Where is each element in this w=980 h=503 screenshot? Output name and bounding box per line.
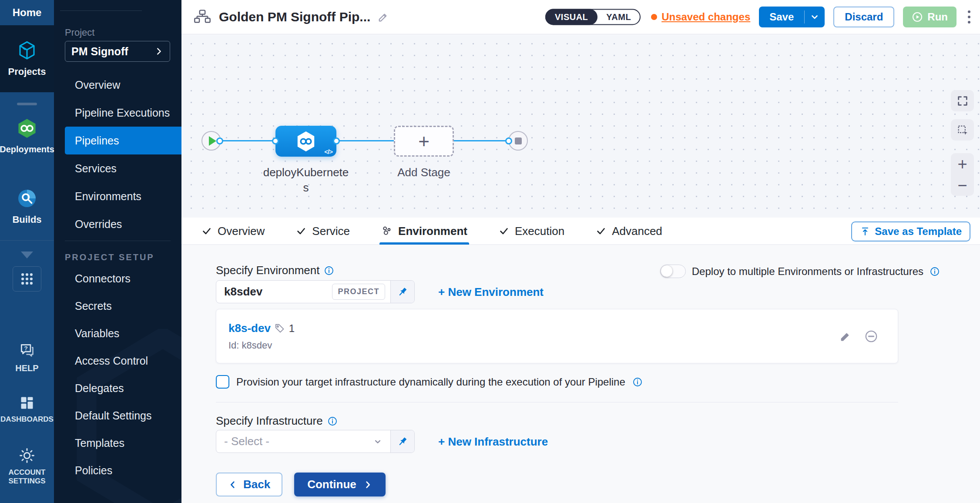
specify-environment-label: Specify Environment (216, 264, 319, 277)
check-icon (499, 226, 509, 236)
tab-execution[interactable]: Execution (499, 218, 564, 245)
project-sidebar: Project PM Signoff Overview Pipeline Exe… (54, 0, 181, 503)
tab-environment[interactable]: Environment (381, 218, 467, 245)
sidebar-item-connectors[interactable]: Connectors (54, 265, 181, 292)
stage-node-deploy[interactable]: </> (275, 126, 336, 157)
multi-deploy-toggle-row: Deploy to multiple Environments or Infra… (660, 265, 940, 278)
chevron-right-icon (154, 47, 164, 56)
environment-input[interactable] (216, 281, 332, 303)
rail-dash-divider (17, 103, 37, 105)
sidebar-item-templates[interactable]: Templates (54, 429, 181, 457)
stage-name-label: deployKubernetes (262, 165, 349, 195)
info-icon[interactable] (327, 416, 338, 426)
sidebar-item-variables[interactable]: Variables (54, 320, 181, 347)
marquee-select-icon (957, 124, 969, 136)
sidebar-item-services[interactable]: Services (54, 154, 181, 182)
zoom-out-button[interactable]: − (951, 174, 974, 196)
grid-icon (20, 272, 34, 286)
rollout-strategy-icon: </> (324, 148, 332, 155)
save-dropdown-button[interactable] (805, 7, 825, 27)
sidebar-item-overview[interactable]: Overview (54, 71, 181, 99)
project-setup-label: PROJECT SETUP (65, 252, 181, 262)
info-icon[interactable] (632, 377, 643, 387)
remove-environment-button[interactable] (864, 329, 879, 344)
collapse-modules-chevron-icon[interactable] (21, 252, 33, 258)
module-projects[interactable]: Projects (0, 25, 54, 92)
nav-account-settings[interactable]: ACCOUNT SETTINGS (0, 447, 54, 486)
more-options-button[interactable] (965, 9, 973, 25)
environment-card-header: k8s-dev 1 (228, 322, 295, 335)
tab-service[interactable]: Service (296, 218, 350, 245)
provision-checkbox[interactable] (216, 375, 229, 389)
environment-pin-button[interactable] (390, 281, 414, 303)
chevron-right-icon (363, 480, 373, 490)
back-button[interactable]: Back (216, 473, 282, 496)
save-button[interactable]: Save (759, 7, 804, 27)
connector-port[interactable] (505, 137, 512, 144)
select-chevron-icon[interactable] (372, 430, 383, 453)
sidebar-item-delegates[interactable]: Delegates (54, 375, 181, 402)
edit-title-button[interactable] (377, 11, 389, 23)
nav-home[interactable]: Home (0, 0, 54, 25)
infrastructure-select[interactable]: - Select - (216, 430, 372, 453)
sidebar-item-secrets[interactable]: Secrets (54, 292, 181, 320)
discard-button[interactable]: Discard (833, 7, 894, 27)
canvas-select-button[interactable] (951, 119, 974, 141)
tab-overview[interactable]: Overview (201, 218, 265, 245)
multi-deploy-toggle[interactable] (660, 265, 686, 278)
zoom-in-button[interactable]: + (951, 153, 974, 174)
tab-label: Service (312, 225, 350, 238)
sidebar-item-policies[interactable]: Policies (54, 457, 181, 484)
project-selector[interactable]: PM Signoff (65, 41, 170, 62)
tab-advanced[interactable]: Advanced (596, 218, 662, 245)
sidebar-item-default-settings[interactable]: Default Settings (54, 402, 181, 429)
tab-label: Execution (515, 225, 564, 238)
check-icon (296, 226, 306, 236)
module-builds[interactable]: Builds (0, 188, 54, 225)
provision-label: Provision your target infrastructure dyn… (236, 376, 625, 388)
info-icon[interactable] (930, 266, 940, 277)
run-label: Run (927, 11, 948, 23)
nav-dashboards[interactable]: DASHBOARDS (0, 395, 54, 424)
save-as-template-button[interactable]: Save as Template (851, 221, 970, 241)
module-picker-button[interactable] (13, 266, 41, 292)
new-environment-link[interactable]: + New Environment (438, 285, 544, 299)
pencil-icon (377, 11, 389, 23)
chevron-left-icon (228, 480, 238, 490)
sidebar-item-pipelines[interactable]: Pipelines (65, 127, 181, 154)
nav-help[interactable]: ? HELP (0, 342, 54, 373)
edit-environment-button[interactable] (839, 330, 852, 342)
pin-icon (397, 436, 408, 447)
sidebar-item-overrides[interactable]: Overrides (54, 210, 181, 238)
tab-label: Advanced (612, 225, 662, 238)
toggle-yaml[interactable]: YAML (597, 12, 640, 22)
tag-icon (274, 323, 285, 334)
cd-stage-icon (295, 130, 316, 153)
environment-name-link[interactable]: k8s-dev (228, 322, 271, 335)
project-selector-name: PM Signoff (71, 45, 128, 58)
connector-port[interactable] (216, 137, 223, 144)
plus-icon: + (418, 131, 430, 152)
section-divider (216, 402, 898, 402)
canvas-fullscreen-button[interactable] (951, 90, 974, 111)
run-button[interactable]: Run (903, 7, 957, 27)
module-deployments[interactable]: Deployments (0, 117, 54, 154)
connector-port[interactable] (272, 137, 279, 144)
new-infrastructure-link[interactable]: + New Infrastructure (438, 435, 548, 449)
back-label: Back (243, 478, 270, 491)
info-icon[interactable] (324, 265, 334, 276)
toggle-visual[interactable]: VISUAL (545, 9, 597, 25)
infrastructure-pin-button[interactable] (390, 430, 414, 453)
sidebar-item-environments[interactable]: Environments (54, 182, 181, 210)
save-split-button: Save (759, 7, 825, 27)
sidebar-item-access-control[interactable]: Access Control (54, 347, 181, 375)
environment-id: Id: k8sdev (228, 340, 272, 351)
pipeline-canvas[interactable]: </> + deployKubernetes Add Stage + − (181, 35, 980, 218)
add-stage-button[interactable]: + (394, 126, 454, 157)
continue-button[interactable]: Continue (294, 473, 386, 496)
connector-port[interactable] (333, 137, 340, 144)
multi-deploy-label: Deploy to multiple Environments or Infra… (692, 265, 923, 278)
unsaved-changes[interactable]: Unsaved changes (651, 11, 750, 23)
sidebar-item-pipeline-executions[interactable]: Pipeline Executions (54, 99, 181, 127)
sidebar-top-divider (60, 10, 142, 11)
